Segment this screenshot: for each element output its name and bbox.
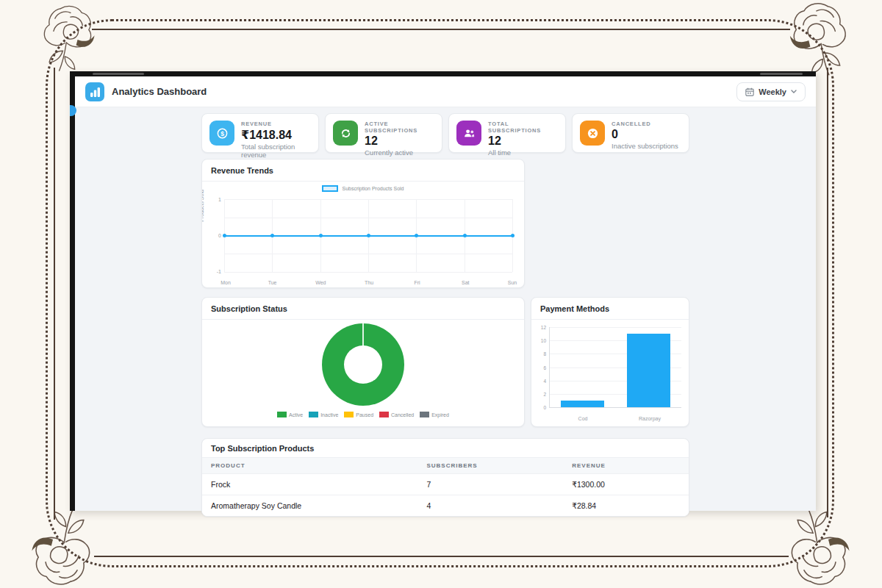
chevron-down-icon [791,90,797,93]
stat-label: TOTAL SUBSCRIPTIONS [488,121,558,134]
cell-subscribers: 4 [426,501,572,510]
x-tick: Thu [365,280,373,285]
stats-row: $ REVENUE ₹1418.84 Total subscription re… [201,113,689,153]
x-tick: Fri [415,280,420,285]
flower-decoration-icon [19,507,103,588]
refresh-icon [333,121,358,146]
column-header-revenue[interactable]: REVENUE [572,462,680,469]
y-tick: -1 [205,269,221,274]
data-point[interactable] [367,234,370,237]
y-axis-label: Products Sold [201,190,204,222]
stat-sub: Total subscription revenue [241,143,311,159]
window-bar-artifact [760,73,803,75]
legend-swatch [420,412,429,417]
calendar-icon [745,87,754,96]
table-header-row: PRODUCT SUBSCRIBERS REVENUE [202,458,689,473]
y-tick: 1 [205,197,221,202]
legend-swatch [277,412,287,417]
revenue-trends-card: Revenue Trends Subscription Products Sol… [201,159,525,288]
chart-title: Revenue Trends [202,159,524,182]
bar-cod[interactable] [561,401,604,407]
plot-area [549,327,681,408]
data-point[interactable] [319,234,323,237]
legend-swatch [344,412,354,417]
table-title: Top Subscription Products [202,439,689,458]
flower-decoration-icon [34,3,104,74]
column-header-product[interactable]: PRODUCT [211,462,426,469]
period-selector-button[interactable]: Weekly [736,82,806,101]
app-header: Analytics Dashboard Weekly [75,76,816,107]
data-point[interactable] [223,234,226,237]
legend-item[interactable]: Expired [420,412,449,417]
legend-item[interactable]: Inactive [309,412,338,417]
stat-value: 12 [488,135,558,148]
x-tick: Razorpay [639,416,661,421]
legend-item[interactable]: Paused [344,412,373,417]
y-tick: 6 [533,365,546,370]
table-row[interactable]: Frock 7 ₹1300.00 [202,473,689,495]
frame-line-bottom [94,556,789,557]
y-tick: 8 [533,351,546,356]
stat-sub: All time [488,148,558,157]
y-tick: 2 [533,392,546,397]
legend-swatch [379,412,389,417]
stat-card-total-subscriptions: TOTAL SUBSCRIPTIONS 12 All time [448,113,566,153]
coin-icon: $ [209,121,234,146]
chart-legend[interactable]: Subscription Products Sold [202,185,524,192]
data-point[interactable] [415,234,418,237]
legend-label: Inactive [320,412,338,417]
stat-card-cancelled: CANCELLED 0 Inactive subscriptions [572,113,689,153]
flower-decoration-icon [779,0,857,78]
stat-value: ₹1418.84 [241,128,311,142]
data-point[interactable] [511,234,514,237]
top-products-card: Top Subscription Products PRODUCT SUBSCR… [201,438,689,517]
stat-card-revenue: $ REVENUE ₹1418.84 Total subscription re… [201,113,319,153]
page-title: Analytics Dashboard [112,86,207,97]
cell-revenue: ₹28.84 [572,501,680,510]
x-tick: Cod [578,416,588,421]
stat-value: 12 [365,135,434,148]
legend-label: Cancelled [391,412,414,417]
column-header-subscribers[interactable]: SUBSCRIBERS [426,462,572,469]
stat-label: CANCELLED [612,121,678,127]
legend-swatch [322,185,338,192]
frame-line-left [54,68,55,520]
plot-area [224,199,512,272]
legend-label: Active [289,412,303,417]
cell-product: Frock [211,480,426,489]
flower-decoration-icon [779,507,861,588]
users-icon [456,121,481,146]
x-tick: Wed [315,280,326,285]
stat-sub: Currently active [365,148,434,157]
svg-text:$: $ [220,129,224,137]
y-tick: 12 [533,325,546,330]
data-point[interactable] [270,234,274,237]
donut-legend: Active Inactive Paused [202,412,524,417]
table-row[interactable]: Aromatherapy Soy Candle 4 ₹28.84 [202,495,689,516]
chart-title: Payment Methods [531,298,689,320]
dashboard-window: Analytics Dashboard Weekly [70,71,816,511]
stat-label: REVENUE [241,121,311,127]
x-tick: Sun [508,280,517,285]
legend-item[interactable]: Cancelled [379,412,414,417]
period-selector-label: Weekly [759,87,786,96]
data-point[interactable] [463,234,467,237]
legend-swatch [309,412,318,417]
x-tick: Tue [268,280,277,285]
donut-slice-boundary [362,323,364,346]
legend-label: Paused [356,412,373,417]
stat-card-active-subscriptions: ACTIVE SUBSCRIPTIONS 12 Currently active [325,113,442,153]
y-tick: 0 [533,405,546,410]
legend-label: Expired [431,412,449,417]
stat-value: 0 [612,128,678,141]
legend-label: Subscription Products Sold [342,186,404,191]
legend-item[interactable]: Active [277,412,303,417]
bar-razorpay[interactable] [627,334,670,407]
window-bar-artifact [93,73,144,75]
stat-label: ACTIVE SUBSCRIPTIONS [365,121,434,134]
subscription-status-chart: Active Inactive Paused [202,323,524,417]
y-tick: 0 [205,233,221,238]
x-tick: Sat [462,280,470,285]
x-tick: Mon [220,280,231,285]
y-tick: 10 [533,338,546,343]
